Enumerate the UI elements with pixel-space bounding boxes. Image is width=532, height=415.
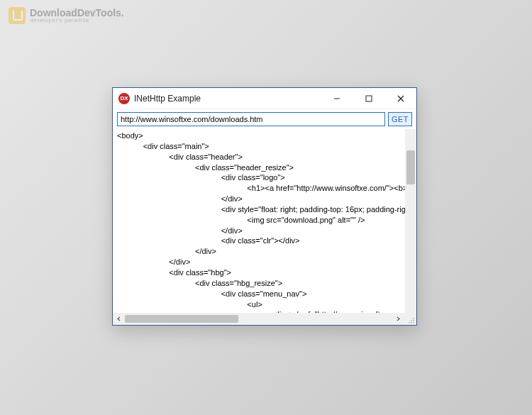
app-window: DX INetHttp Example GET <body> <div clas… bbox=[112, 87, 417, 326]
svg-rect-1 bbox=[366, 96, 372, 101]
watermark-title: DownloadDevTools. bbox=[30, 8, 124, 18]
maximize-button[interactable] bbox=[353, 88, 384, 109]
response-html-view[interactable]: <body> <div class="main"> <div class="he… bbox=[113, 129, 405, 313]
horizontal-scroll-track[interactable] bbox=[125, 313, 392, 325]
toolbar: GET bbox=[113, 109, 416, 129]
titlebar[interactable]: DX INetHttp Example bbox=[113, 88, 416, 109]
vertical-scroll-thumb[interactable] bbox=[406, 150, 415, 184]
minimize-button[interactable] bbox=[321, 88, 353, 109]
svg-point-5 bbox=[411, 320, 412, 321]
vertical-scrollbar[interactable] bbox=[405, 129, 416, 313]
svg-point-6 bbox=[413, 320, 414, 321]
url-input[interactable] bbox=[117, 112, 385, 126]
scroll-left-arrow-icon[interactable] bbox=[113, 313, 125, 325]
svg-point-9 bbox=[413, 322, 414, 323]
horizontal-scrollbar[interactable] bbox=[113, 313, 416, 325]
site-watermark: DownloadDevTools. developer's paradise bbox=[9, 7, 124, 24]
resize-grip-icon[interactable] bbox=[404, 313, 416, 325]
response-area: <body> <div class="main"> <div class="he… bbox=[113, 129, 416, 313]
scroll-right-arrow-icon[interactable] bbox=[392, 313, 404, 325]
watermark-subtitle: developer's paradise bbox=[30, 18, 124, 23]
window-title: INetHttp Example bbox=[134, 94, 201, 104]
get-button[interactable]: GET bbox=[388, 112, 412, 126]
svg-point-7 bbox=[409, 322, 410, 323]
app-icon: DX bbox=[118, 93, 130, 104]
close-button[interactable] bbox=[384, 88, 416, 109]
svg-point-4 bbox=[413, 318, 414, 319]
svg-point-8 bbox=[411, 322, 412, 323]
watermark-icon bbox=[9, 7, 26, 24]
horizontal-scroll-thumb[interactable] bbox=[125, 315, 238, 323]
